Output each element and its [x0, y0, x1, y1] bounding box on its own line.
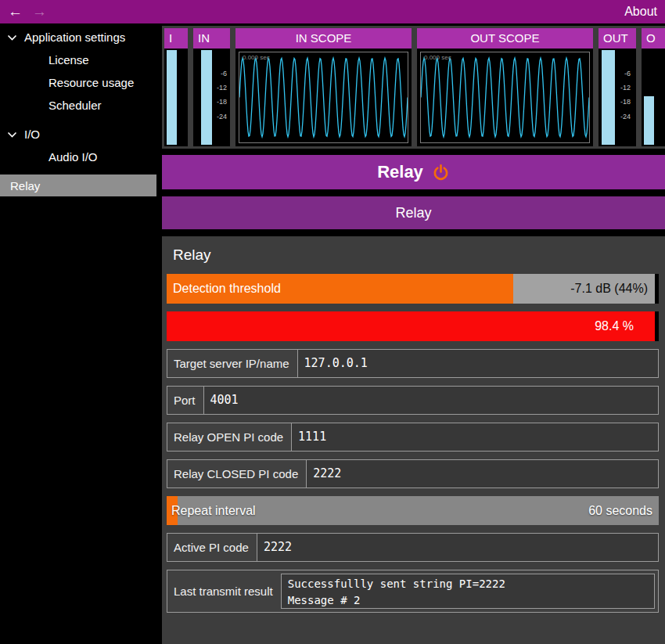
scope-wave — [239, 52, 408, 142]
scope-header: OUT SCOPE — [417, 28, 593, 49]
level-bar — [644, 96, 654, 146]
meter-header: OUT — [598, 28, 636, 49]
sidebar-item-scheduler[interactable]: Scheduler — [0, 94, 156, 117]
level-value: 98.4 % — [595, 311, 634, 341]
power-icon[interactable] — [432, 164, 450, 182]
oscilloscope-screen: 0.000 sec — [420, 52, 590, 143]
sidebar-item-license[interactable]: License — [0, 49, 156, 71]
port-field-row: Port 4001 — [167, 386, 659, 415]
forward-arrow-button[interactable]: → — [32, 0, 47, 23]
target-server-field-row: Target server IP/name 127.0.0.1 — [167, 349, 659, 378]
scope-time-label: 0.000 sec — [243, 54, 270, 61]
meters-strip: I IN -6 -12 -18 -24 IN SCOPE 0. — [162, 26, 665, 149]
chevron-down-icon — [7, 34, 17, 41]
sidebar-item-relay[interactable]: Relay — [0, 174, 156, 196]
slider-label: Detection threshold — [173, 274, 281, 304]
scale-label: -18 — [217, 98, 227, 106]
field-label: Relay CLOSED PI code — [167, 460, 306, 487]
about-link[interactable]: About — [624, 5, 657, 19]
scope-time-label: 0.000 sec — [424, 54, 451, 61]
in-scope: IN SCOPE 0.000 sec — [235, 28, 412, 146]
slider-value: 60 seconds — [588, 496, 652, 525]
meter-header: IN — [193, 28, 230, 49]
slider-value: -7.1 dB (44%) — [570, 274, 648, 304]
scope-body: 0.000 sec — [235, 49, 412, 146]
level-fill — [167, 311, 655, 341]
meter-header: O — [642, 28, 665, 49]
level-bar — [201, 50, 212, 145]
target-server-input[interactable]: 127.0.0.1 — [297, 350, 658, 377]
input-left-level-meter: I — [164, 28, 188, 146]
field-label: Port — [167, 387, 203, 414]
back-arrow-button[interactable]: ← — [8, 0, 23, 23]
relay-banner-title: Relay — [377, 162, 423, 182]
sidebar-item-io[interactable]: I/O — [0, 123, 156, 146]
sidebar-item-label: Scheduler — [49, 99, 102, 112]
relay-open-pi-input[interactable]: 1111 — [291, 423, 658, 451]
output-right-level-meter: O — [642, 28, 665, 146]
field-label: Target server IP/name — [167, 350, 297, 377]
active-pi-input[interactable]: 2222 — [257, 534, 658, 561]
relay-open-pi-field-row: Relay OPEN PI code 1111 — [167, 423, 659, 452]
out-level-meter: OUT -6 -12 -18 -24 — [598, 28, 636, 146]
field-label: Last transmit result — [167, 570, 281, 612]
scope-body: 0.000 sec — [417, 49, 593, 146]
sidebar-item-label: Resource usage — [49, 76, 134, 89]
repeat-interval-slider[interactable]: Repeat interval 60 seconds — [167, 496, 659, 525]
scale-label: -6 — [624, 70, 631, 77]
sidebar-item-label: Audio I/O — [49, 150, 98, 164]
scope-header: IN SCOPE — [235, 28, 412, 49]
detection-threshold-slider[interactable]: Detection threshold -7.1 dB (44%) — [167, 274, 659, 304]
sidebar-item-label: Relay — [10, 179, 40, 192]
field-label: Relay OPEN PI code — [167, 423, 291, 451]
last-transmit-result-row: Last transmit result Successfullly sent … — [167, 570, 659, 613]
meter-body: -6 -12 -18 -24 — [193, 49, 230, 146]
last-transmit-line2: Message # 2 — [288, 592, 648, 609]
relay-section-banner[interactable]: Relay — [162, 155, 665, 189]
level-bar — [602, 50, 615, 145]
sidebar-item-label: License — [49, 53, 89, 67]
active-pi-field-row: Active PI code 2222 — [167, 533, 659, 562]
field-label: Active PI code — [167, 534, 257, 561]
meter-body — [642, 49, 665, 146]
sidebar-item-label: Application settings — [24, 31, 125, 44]
meter-body — [164, 49, 188, 146]
scale-label: -18 — [620, 98, 631, 106]
meter-header: I — [164, 28, 188, 49]
out-scope: OUT SCOPE 0.000 sec — [417, 28, 593, 146]
signal-level-meter: 98.4 % — [167, 311, 659, 341]
oscilloscope-screen: 0.000 sec — [239, 52, 408, 143]
relay-subbar-title: Relay — [395, 205, 431, 221]
scale-label: -12 — [620, 84, 631, 92]
port-input[interactable]: 4001 — [203, 387, 658, 414]
chevron-down-icon — [7, 131, 17, 138]
scale-label: -12 — [217, 84, 227, 92]
level-bar — [167, 50, 177, 145]
relay-settings-panel: Relay Detection threshold -7.1 dB (44%) … — [162, 236, 665, 644]
relay-subsection-bar[interactable]: Relay — [162, 196, 665, 229]
scale-label: -24 — [217, 113, 227, 121]
relay-closed-pi-field-row: Relay CLOSED PI code 2222 — [167, 459, 659, 488]
sidebar-item-audio-io[interactable]: Audio I/O — [0, 146, 156, 168]
sidebar-item-label: I/O — [24, 128, 40, 141]
panel-title: Relay — [167, 241, 659, 274]
meter-body: -6 -12 -18 -24 — [598, 49, 636, 146]
top-bar: ← → About — [0, 0, 665, 23]
last-transmit-line1: Successfullly sent string PI=2222 — [288, 576, 648, 592]
scope-wave — [421, 52, 589, 142]
sidebar-item-resource-usage[interactable]: Resource usage — [0, 71, 156, 94]
main-area: I IN -6 -12 -18 -24 IN SCOPE 0. — [156, 23, 665, 644]
slider-label: Repeat interval — [171, 496, 256, 525]
relay-closed-pi-input[interactable]: 2222 — [306, 460, 658, 487]
last-transmit-result-value: Successfullly sent string PI=2222 Messag… — [281, 574, 655, 609]
sidebar-item-application-settings[interactable]: Application settings — [0, 26, 156, 49]
scale-label: -6 — [221, 70, 227, 77]
sidebar: Application settings License Resource us… — [0, 23, 156, 644]
in-level-meter: IN -6 -12 -18 -24 — [193, 28, 230, 146]
scale-label: -24 — [620, 113, 631, 121]
